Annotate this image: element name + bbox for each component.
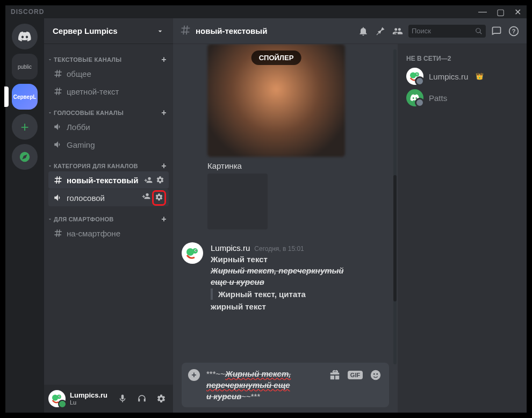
message-line: жирный текст	[211, 301, 389, 312]
channel-voice-lobby[interactable]: Лобби	[48, 118, 169, 135]
gift-button[interactable]	[328, 368, 342, 382]
search-input[interactable]: Поиск	[408, 25, 486, 38]
server-item-selected[interactable]: СерверL	[12, 84, 38, 110]
svg-point-11	[196, 250, 197, 251]
window-maximize-icon[interactable]: ▢	[497, 7, 505, 17]
category-voice[interactable]: ГОЛОСОВЫЕ КАНАЛЫ +	[44, 100, 173, 118]
window-close-icon[interactable]: ✕	[514, 7, 521, 17]
messages-area: СПОЙЛЕР Картинка Lumpics.ru Сегод	[173, 44, 398, 413]
member-avatar	[406, 68, 423, 85]
window-minimize-icon[interactable]: —	[478, 7, 487, 17]
server-label: СерверL	[13, 94, 37, 100]
invite-icon[interactable]	[142, 192, 150, 200]
inbox-button[interactable]	[490, 25, 503, 38]
attach-button[interactable]: +	[188, 369, 200, 381]
channel-name: Лобби	[67, 122, 164, 132]
titlebar: DISCORD — ▢ ✕	[5, 5, 527, 18]
yoshi-icon	[408, 69, 422, 83]
user-status: Lu	[70, 399, 111, 406]
chevron-down-icon	[47, 163, 53, 169]
attachment-placeholder[interactable]	[207, 174, 268, 229]
gear-highlight	[154, 192, 164, 204]
channel-name: общее	[67, 69, 164, 78]
message-author[interactable]: Lumpics.ru	[211, 242, 250, 254]
emoji-button[interactable]	[369, 368, 383, 382]
input-text[interactable]: ***~~Жирный текст,перечеркнутый ещеи кур…	[206, 368, 321, 402]
chat-area: новый-текстовый Поиск ? СПОЙЛЕР	[173, 18, 527, 413]
user-settings-button[interactable]	[154, 391, 169, 406]
home-button[interactable]	[12, 24, 38, 49]
message: Lumpics.ru Сегодня, в 15:01 Жирный текст…	[182, 242, 389, 312]
message-line: Жирный текст	[211, 254, 389, 265]
gif-label: GIF	[348, 371, 363, 379]
scrollbar[interactable]	[393, 49, 397, 364]
member-item[interactable]: Lumpics.ru 👑	[402, 66, 522, 87]
svg-point-13	[373, 373, 375, 375]
server-name: Сервер Lumpics	[53, 26, 118, 35]
chevron-down-icon	[156, 27, 164, 35]
chevron-down-icon	[47, 110, 53, 116]
microphone-icon	[118, 394, 127, 403]
server-list: public СерверL +	[5, 18, 44, 413]
member-item[interactable]: Patts	[402, 87, 522, 109]
server-folder[interactable]: public	[12, 54, 38, 80]
message-avatar[interactable]	[182, 242, 203, 264]
members-toggle-button[interactable]	[391, 25, 404, 38]
add-channel-button[interactable]: +	[161, 161, 167, 171]
member-name: Lumpics.ru	[429, 72, 468, 81]
channel-text-colored[interactable]: цветной-текст	[48, 83, 169, 100]
discord-logo-icon	[410, 94, 420, 102]
app-brand: DISCORD	[11, 8, 44, 16]
category-label: ГОЛОСОВЫЕ КАНАЛЫ	[54, 110, 124, 116]
mute-button[interactable]	[115, 391, 130, 406]
channel-text-new[interactable]: новый-текстовый	[48, 171, 169, 189]
pins-button[interactable]	[374, 25, 387, 38]
gear-icon[interactable]	[155, 193, 163, 201]
category-custom[interactable]: КАТЕГОРИЯ ДЛЯ КАНАЛОВ +	[44, 154, 173, 171]
message-line: Жирный текст, перечеркнутый еще и курсив	[211, 265, 389, 287]
add-channel-button[interactable]: +	[161, 55, 167, 64]
compass-icon	[19, 151, 31, 163]
folder-label: public	[18, 64, 32, 70]
spoiler-attachment[interactable]: СПОЙЛЕР	[207, 44, 345, 157]
members-category: НЕ В СЕТИ—2	[402, 52, 522, 66]
spoiler-badge: СПОЙЛЕР	[251, 51, 301, 65]
help-icon: ?	[508, 26, 519, 37]
notifications-button[interactable]	[357, 25, 370, 38]
headphones-icon	[137, 394, 147, 403]
channel-title: новый-текстовый	[196, 26, 267, 35]
hash-icon	[53, 175, 63, 185]
add-channel-button[interactable]: +	[161, 108, 167, 118]
category-label: ТЕКСТОВЫЕ КАНАЛЫ	[54, 56, 121, 63]
server-header[interactable]: Сервер Lumpics	[44, 18, 173, 44]
explore-button[interactable]	[12, 144, 38, 170]
user-panel: Lumpics.ru Lu	[44, 385, 173, 413]
category-label: ДЛЯ СМАРТФОНОВ	[54, 216, 114, 222]
channel-text-phone[interactable]: на-смартфоне	[48, 225, 169, 242]
channel-name: новый-текстовый	[67, 176, 141, 185]
gift-icon	[329, 369, 341, 381]
invite-icon[interactable]	[144, 176, 153, 184]
gif-button[interactable]: GIF	[348, 368, 362, 382]
gear-icon[interactable]	[156, 176, 164, 184]
add-server-button[interactable]: +	[12, 114, 38, 140]
channel-name: Gaming	[67, 140, 164, 149]
deafen-button[interactable]	[134, 391, 149, 406]
channel-voice-custom[interactable]: голосовой	[48, 189, 169, 206]
message-timestamp: Сегодня, в 15:01	[254, 244, 304, 254]
channel-voice-gaming[interactable]: Gaming	[48, 136, 169, 153]
message-input[interactable]: + ***~~Жирный текст,перечеркнутый ещеи к…	[182, 363, 389, 407]
message-quote: Жирный текст, цитата	[211, 289, 389, 300]
user-avatar[interactable]	[48, 390, 66, 407]
category-text[interactable]: ТЕКСТОВЫЕ КАНАЛЫ +	[44, 47, 173, 64]
svg-point-12	[371, 370, 380, 380]
channel-sidebar: Сервер Lumpics ТЕКСТОВЫЕ КАНАЛЫ + общее	[44, 18, 173, 413]
category-phones[interactable]: ДЛЯ СМАРТФОНОВ +	[44, 207, 173, 224]
add-channel-button[interactable]: +	[161, 214, 167, 224]
discord-logo-icon	[18, 30, 32, 44]
chevron-down-icon	[47, 217, 53, 222]
help-button[interactable]: ?	[507, 25, 520, 38]
gear-icon	[156, 394, 166, 403]
chevron-down-icon	[47, 57, 53, 62]
channel-text-general[interactable]: общее	[48, 65, 169, 82]
